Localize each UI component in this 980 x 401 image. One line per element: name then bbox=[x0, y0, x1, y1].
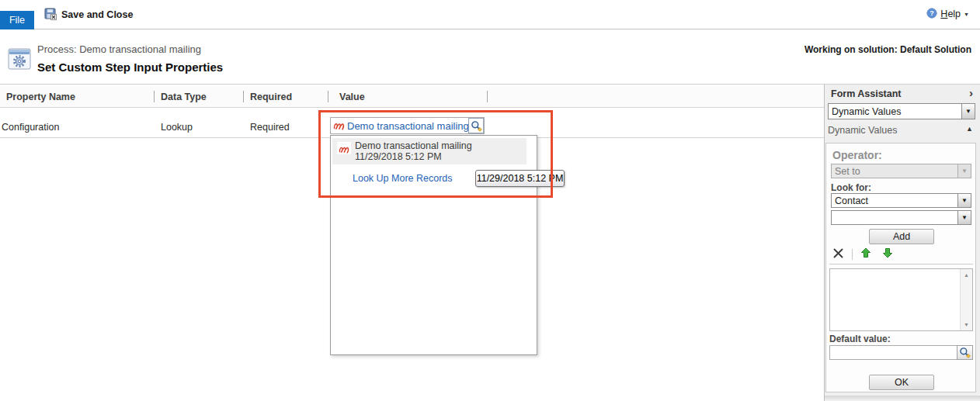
toolbar-underline bbox=[829, 264, 973, 264]
result-item-datetime: 11/29/2018 5:12 PM bbox=[355, 151, 442, 162]
look-for-value: Contact bbox=[835, 195, 868, 206]
column-divider bbox=[154, 91, 155, 102]
form-assistant-header: Form Assistant › bbox=[825, 85, 980, 103]
list-toolbar bbox=[832, 248, 893, 260]
lookup-field-value: Demo transactional mailing bbox=[347, 120, 468, 132]
default-value-input[interactable] bbox=[829, 345, 973, 360]
column-value: Value bbox=[339, 92, 365, 102]
record-type-squiggle-icon bbox=[337, 142, 351, 154]
save-and-close-icon bbox=[44, 8, 57, 22]
help-menu[interactable]: ? Help ▼ bbox=[926, 7, 969, 21]
configuration-lookup-field[interactable]: Demo transactional mailing bbox=[330, 117, 485, 134]
scroll-down-arrow-icon[interactable]: ▼ bbox=[961, 319, 972, 330]
ok-button[interactable]: OK bbox=[869, 375, 934, 390]
column-divider bbox=[487, 91, 488, 102]
form-assistant-title: Form Assistant bbox=[831, 88, 902, 99]
look-up-more-records-link[interactable]: Look Up More Records bbox=[353, 173, 453, 184]
file-tab[interactable]: File bbox=[0, 11, 34, 29]
process-window-gear-icon bbox=[8, 47, 33, 74]
cell-property-name: Configuration bbox=[2, 122, 59, 133]
lookup-search-button[interactable] bbox=[468, 118, 484, 133]
dynamic-values-section-header: Dynamic Values ▲ bbox=[825, 123, 980, 137]
look-for-attribute-select[interactable]: ▼ bbox=[831, 210, 971, 225]
process-breadcrumb: Process: Demo transactional mailing bbox=[37, 43, 201, 55]
record-type-squiggle-icon bbox=[333, 119, 346, 133]
help-label: Help bbox=[940, 9, 961, 19]
save-and-close-button[interactable]: Save and Close bbox=[44, 7, 133, 22]
move-down-arrow-icon[interactable] bbox=[882, 247, 893, 261]
working-on-solution-label: Working on solution: Default Solution bbox=[805, 44, 971, 55]
look-for-label: Look for: bbox=[831, 182, 871, 193]
dynamic-values-groupbox: Operator: Set to ▼ Look for: Contact ▼ ▼… bbox=[825, 143, 976, 392]
column-required: Required bbox=[250, 92, 292, 102]
form-assistant-panel: Form Assistant › Dynamic Values ▼ Dynami… bbox=[824, 84, 980, 401]
operator-label: Operator: bbox=[832, 149, 882, 161]
listbox-scrollbar[interactable]: ▲ ▼ bbox=[960, 269, 972, 330]
add-button[interactable]: Add bbox=[869, 229, 934, 244]
operator-value: Set to bbox=[835, 166, 860, 177]
dynamic-values-listbox[interactable]: ▲ ▼ bbox=[829, 268, 973, 331]
datetime-tooltip: 11/29/2018 5:12 PM bbox=[475, 170, 565, 187]
add-button-label: Add bbox=[893, 231, 910, 242]
tooltip-text: 11/29/2018 5:12 PM bbox=[477, 173, 564, 184]
look-for-select[interactable]: Contact ▼ bbox=[831, 193, 971, 208]
panel-bottom-edge bbox=[825, 396, 980, 401]
dropdown-arrow-icon[interactable]: ▼ bbox=[957, 211, 971, 224]
result-item-title: Demo transactional mailing bbox=[355, 140, 472, 151]
collapse-section-arrow-icon[interactable]: ▲ bbox=[966, 125, 973, 133]
page-title: Set Custom Step Input Properties bbox=[37, 60, 223, 74]
column-data-type: Data Type bbox=[161, 92, 207, 102]
lookup-result-item[interactable]: Demo transactional mailing 11/29/2018 5:… bbox=[332, 138, 526, 164]
lookup-results-flyout: Demo transactional mailing 11/29/2018 5:… bbox=[330, 135, 537, 355]
selector-value: Dynamic Values bbox=[832, 106, 901, 117]
column-divider bbox=[328, 91, 328, 102]
top-ribbon-bar: File Save and Close ? Help ▼ bbox=[0, 0, 980, 29]
move-up-arrow-icon[interactable] bbox=[860, 247, 871, 261]
collapse-panel-chevron-icon[interactable]: › bbox=[969, 86, 973, 99]
cell-data-type: Lookup bbox=[161, 122, 193, 133]
default-value-lookup-button[interactable] bbox=[957, 345, 973, 360]
save-and-close-label: Save and Close bbox=[61, 9, 133, 20]
properties-table-header: Property Name Data Type Required Value bbox=[0, 84, 824, 108]
file-tab-label: File bbox=[9, 15, 25, 26]
dropdown-arrow-icon[interactable]: ▼ bbox=[961, 104, 975, 119]
default-value-label: Default value: bbox=[829, 334, 891, 344]
help-dropdown-arrow-icon: ▼ bbox=[964, 12, 969, 17]
svg-text:?: ? bbox=[930, 9, 935, 17]
dropdown-arrow-icon: ▼ bbox=[957, 164, 971, 178]
section-title: Dynamic Values bbox=[828, 125, 897, 136]
ok-button-label: OK bbox=[895, 377, 909, 388]
delete-x-icon[interactable] bbox=[832, 247, 844, 261]
toolbar-divider bbox=[852, 249, 853, 260]
column-divider bbox=[243, 91, 244, 102]
help-icon: ? bbox=[926, 8, 937, 21]
cell-required: Required bbox=[250, 122, 290, 133]
column-property-name: Property Name bbox=[6, 92, 75, 102]
dropdown-arrow-icon[interactable]: ▼ bbox=[957, 194, 971, 207]
operator-select: Set to ▼ bbox=[831, 164, 971, 178]
scroll-up-arrow-icon[interactable]: ▲ bbox=[961, 269, 972, 281]
form-assistant-selector[interactable]: Dynamic Values ▼ bbox=[828, 103, 975, 119]
